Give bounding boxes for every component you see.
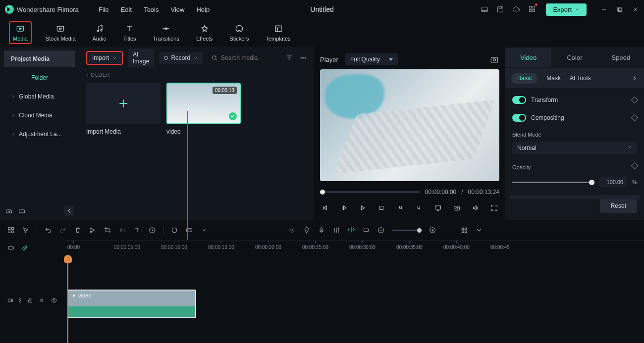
layout-icon[interactable] <box>481 5 488 13</box>
export-button[interactable]: Export <box>546 3 587 16</box>
zoom-in-icon[interactable] <box>429 226 436 234</box>
sidebar-folder[interactable]: Folder <box>4 69 75 86</box>
display-icon[interactable] <box>434 204 442 212</box>
render-icon[interactable] <box>148 226 156 234</box>
keyframe-icon[interactable] <box>631 114 638 121</box>
redo-icon[interactable] <box>59 226 67 234</box>
visibility-icon[interactable] <box>51 297 57 304</box>
search-input[interactable] <box>221 54 280 61</box>
maximize-icon[interactable] <box>616 6 623 13</box>
snapshot-icon[interactable] <box>489 54 499 64</box>
caption-icon[interactable] <box>185 226 193 234</box>
track-view-icon[interactable] <box>460 226 468 234</box>
marker-icon[interactable] <box>303 226 311 234</box>
menu-file[interactable]: File <box>99 6 109 13</box>
speed-icon[interactable] <box>118 226 126 234</box>
subtab-basic[interactable]: Basic <box>511 73 537 84</box>
video-track-header[interactable]: 2 <box>0 286 64 315</box>
timeline-ruler[interactable]: 00:00 00:00:05:00 00:00:10:00 00:00:15:0… <box>64 240 644 256</box>
text-icon[interactable] <box>133 226 141 234</box>
opacity-value[interactable]: 100.00 <box>599 177 627 187</box>
sidebar-project-media[interactable]: Project Media <box>4 50 75 67</box>
new-bin-icon[interactable] <box>18 207 26 215</box>
cloud-icon[interactable] <box>512 5 520 13</box>
more-tools-icon[interactable] <box>200 226 208 234</box>
ripple-icon[interactable] <box>288 226 296 234</box>
stop-icon[interactable] <box>377 204 385 212</box>
search-field[interactable] <box>211 54 280 61</box>
mixer-icon[interactable] <box>332 226 340 234</box>
keyframe-icon[interactable] <box>631 97 638 103</box>
volume-icon[interactable] <box>472 204 480 212</box>
scroll-right-icon[interactable] <box>631 75 638 82</box>
tab-titles[interactable]: Titles <box>120 22 139 43</box>
prop-tab-color[interactable]: Color <box>551 48 597 67</box>
close-icon[interactable] <box>632 6 639 13</box>
undo-icon[interactable] <box>44 226 52 234</box>
timeline-clip[interactable]: video <box>67 290 196 318</box>
link-icon[interactable] <box>21 244 29 252</box>
menu-edit[interactable]: Edit <box>121 6 132 13</box>
sidebar-adjustment-layers[interactable]: Adjustment La... <box>4 126 75 143</box>
fullscreen-icon[interactable] <box>490 204 498 212</box>
grid-icon[interactable] <box>7 226 15 234</box>
preview-viewport[interactable] <box>320 69 499 181</box>
tab-transitions[interactable]: Transitions <box>150 22 182 43</box>
menu-help[interactable]: Help <box>196 6 210 13</box>
voiceover-icon[interactable] <box>318 226 325 234</box>
subtab-ai-tools[interactable]: AI Tools <box>570 75 590 82</box>
crop-icon[interactable] <box>104 226 111 234</box>
select-icon[interactable] <box>22 226 30 234</box>
menu-view[interactable]: View <box>170 6 184 13</box>
ai-image-button[interactable]: AI Image <box>128 49 154 67</box>
playhead[interactable] <box>67 256 68 343</box>
play-from-start-icon[interactable] <box>340 204 348 212</box>
snapshot-btn-icon[interactable] <box>453 204 461 212</box>
prev-frame-icon[interactable] <box>321 204 329 212</box>
new-folder-icon[interactable] <box>5 207 13 215</box>
tab-stock-media[interactable]: Stock Media <box>43 22 79 43</box>
mark-out-icon[interactable] <box>415 204 423 212</box>
zoom-slider[interactable] <box>392 230 422 231</box>
lock-icon[interactable] <box>27 297 34 304</box>
save-icon[interactable] <box>496 5 504 13</box>
compositing-toggle[interactable] <box>512 114 526 122</box>
snap-icon[interactable] <box>362 226 370 234</box>
menu-tools[interactable]: Tools <box>144 6 159 13</box>
transform-toggle[interactable] <box>512 96 526 104</box>
tab-effects[interactable]: Effects <box>193 22 215 43</box>
split-icon[interactable] <box>89 226 97 234</box>
subtab-mask[interactable]: Mask <box>546 75 561 82</box>
color-tag-icon[interactable] <box>170 226 178 234</box>
play-icon[interactable] <box>359 204 367 212</box>
timeline-track-area[interactable]: video <box>64 256 644 343</box>
chevron-down-icon[interactable] <box>475 226 483 234</box>
media-clip-video[interactable]: 00:00:13 video <box>166 83 241 135</box>
record-button[interactable]: Record <box>159 52 203 64</box>
tab-media[interactable]: Media <box>9 21 32 44</box>
prop-tab-video[interactable]: Video <box>505 48 551 67</box>
import-media-card[interactable]: Import Media <box>86 83 161 135</box>
more-icon[interactable] <box>299 54 307 62</box>
keyframe-icon[interactable] <box>631 162 638 169</box>
tab-audio[interactable]: Audio <box>90 22 109 43</box>
mute-icon[interactable] <box>39 297 46 304</box>
tab-templates[interactable]: Templates <box>263 22 293 43</box>
zoom-out-icon[interactable] <box>377 226 385 234</box>
apps-icon[interactable] <box>528 5 536 13</box>
link-toggle-icon[interactable] <box>7 244 15 252</box>
reset-button[interactable]: Reset <box>600 199 637 213</box>
import-button[interactable]: Import <box>86 51 123 65</box>
auto-ripple-icon[interactable] <box>347 226 355 234</box>
sidebar-collapse-button[interactable] <box>64 206 74 216</box>
opacity-slider[interactable] <box>512 182 594 183</box>
minimize-icon[interactable] <box>600 6 607 13</box>
seek-bar[interactable] <box>320 191 420 193</box>
blend-mode-select[interactable]: Normal <box>512 142 637 154</box>
prop-tab-speed[interactable]: Speed <box>598 48 644 67</box>
sidebar-cloud-media[interactable]: Cloud Media <box>4 107 75 124</box>
tab-stickers[interactable]: Stickers <box>226 22 252 43</box>
delete-icon[interactable] <box>74 226 82 234</box>
quality-select[interactable]: Full Quality <box>345 53 398 65</box>
sidebar-global-media[interactable]: Global Media <box>4 88 75 105</box>
